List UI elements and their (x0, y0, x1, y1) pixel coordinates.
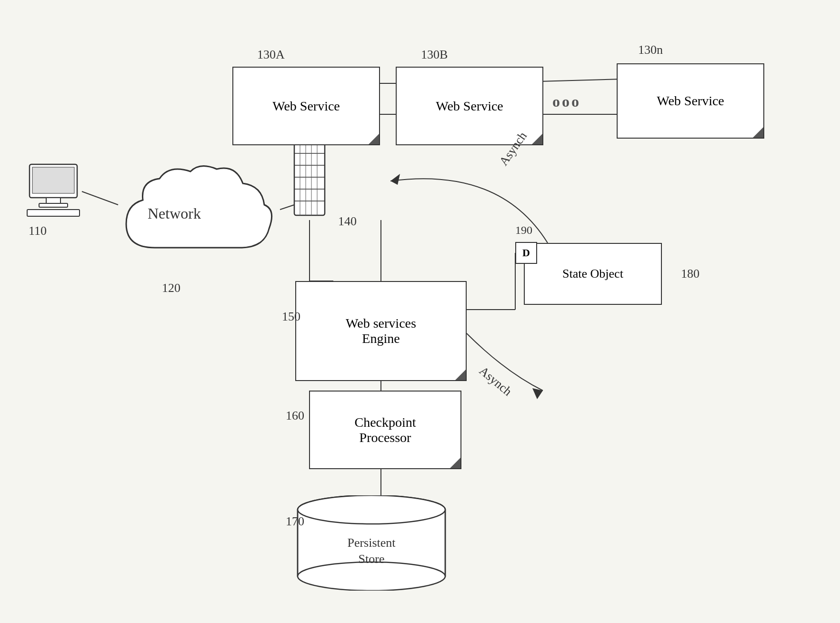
ws-b-id-label: 130B (421, 48, 448, 62)
persistent-store-icon: Persistent Store (295, 495, 448, 591)
web-service-b-label: Web Service (436, 99, 503, 114)
svg-point-44 (298, 495, 445, 524)
web-service-a-box: Web Service (232, 67, 380, 145)
state-id-label: 180 (681, 267, 700, 281)
corner-decoration-checkpoint (450, 458, 460, 468)
ellipsis-label: ooo (552, 93, 581, 111)
ws-n-id-label: 130n (638, 43, 663, 57)
computer-id-label: 110 (29, 224, 47, 238)
svg-marker-19 (532, 388, 543, 399)
ws-engine-label: Web services Engine (346, 316, 416, 346)
computer-icon (25, 162, 82, 219)
checkpoint-label: Checkpoint Processor (354, 415, 416, 445)
svg-line-0 (82, 191, 118, 205)
corner-decoration-n (753, 127, 763, 138)
d-label: D (522, 247, 530, 259)
persist-id-label: 170 (286, 514, 304, 529)
svg-text:Store: Store (359, 552, 385, 566)
svg-rect-26 (46, 198, 60, 203)
svg-point-43 (298, 562, 445, 591)
d-id-label: 190 (515, 224, 532, 237)
corner-decoration-b (532, 134, 542, 144)
corner-decoration-engine (455, 370, 466, 380)
svg-marker-18 (390, 174, 400, 185)
ws-a-id-label: 130A (257, 48, 285, 62)
server-icon (290, 134, 329, 220)
server-id-label: 140 (338, 214, 357, 229)
state-object-label: State Object (562, 267, 623, 281)
svg-rect-25 (32, 167, 74, 193)
corner-decoration-a (369, 134, 379, 144)
web-service-n-label: Web Service (657, 93, 724, 109)
web-service-n-box: Web Service (617, 63, 764, 139)
checkpoint-id-label: 160 (286, 409, 304, 423)
d-box: D (515, 242, 537, 264)
network-id-label: 120 (162, 281, 180, 295)
network-label: Network (148, 205, 201, 222)
checkpoint-box: Checkpoint Processor (309, 391, 461, 469)
svg-text:Persistent: Persistent (347, 536, 396, 550)
web-service-a-label: Web Service (272, 99, 340, 114)
svg-rect-27 (39, 203, 68, 207)
diagram: Web Service 130A Web Service 130B ooo We… (0, 0, 840, 623)
asynch-down-label: Asynch (476, 364, 514, 399)
state-object-box: State Object (524, 243, 662, 305)
svg-rect-28 (27, 210, 80, 216)
ws-engine-id-label: 150 (282, 310, 300, 324)
ws-engine-box: Web services Engine (295, 281, 467, 381)
